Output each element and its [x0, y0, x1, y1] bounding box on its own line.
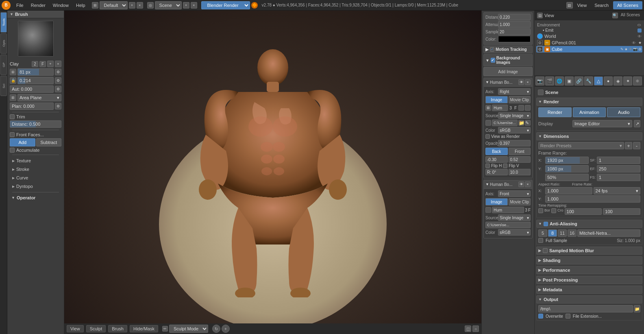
outliner-view-btn[interactable]: ▤ [537, 13, 543, 18]
size-lock-icon[interactable]: ⊞ [10, 69, 16, 75]
props-tab-material[interactable]: ● [604, 76, 613, 85]
bg-item2-path-field[interactable]: C:\Users\se... [485, 222, 531, 228]
res-x-field[interactable]: 1920 px [545, 157, 589, 164]
sculpt-tab[interactable]: Scl [0, 76, 7, 96]
bg-item1-del-icon[interactable] [525, 105, 531, 111]
outliner-item-cube[interactable]: ⊙ ▣ Cube ✎ ★ 👁 📷 ⚙ [536, 46, 642, 52]
brush-btn[interactable]: Brush [108, 325, 127, 332]
bg-item1-opacity-field[interactable]: 0.397 [498, 140, 531, 146]
curve-section[interactable]: ▶ Curve [10, 174, 61, 181]
crop-check[interactable] [551, 208, 556, 213]
file-ext-check[interactable] [566, 314, 570, 319]
all-scenes-btn[interactable]: All Scenes [613, 1, 642, 9]
menu-help[interactable]: Help [73, 2, 89, 9]
rotate-view-icon[interactable]: ↻ [212, 325, 220, 333]
bg-item2-expand[interactable]: ▼ [485, 182, 489, 186]
strength-lock-icon[interactable]: 🔒 [10, 77, 16, 84]
bg-item1-r-field[interactable]: R: 0° [485, 169, 508, 175]
attenuation-field[interactable]: 1.000 [498, 21, 531, 28]
aa-num-8[interactable]: 8 [548, 229, 557, 237]
gpencil-extra-icon[interactable]: ★ [638, 41, 642, 45]
bg-item1-movieclip-tab[interactable]: Movie Clip [509, 96, 531, 103]
add-workspace-icon[interactable]: + [129, 2, 135, 9]
add-btn[interactable]: Add [10, 138, 35, 146]
front-faces-row[interactable]: Front Faces... [10, 132, 61, 137]
bg-item1-flip-h-check[interactable] [485, 164, 490, 168]
aa-num-16[interactable]: 16 [568, 229, 577, 237]
props-tab-constraints[interactable]: 🔗 [574, 76, 583, 85]
display-select[interactable]: Image Editor ▾ [572, 120, 632, 127]
texture-section[interactable]: ▶ Texture [10, 157, 61, 164]
outliner-item-environment[interactable]: Environment [536, 22, 642, 28]
bg-item1-browse-icon[interactable]: 📁 [518, 120, 524, 126]
bg-item2-movieclip-tab[interactable]: Movie Clip [509, 198, 531, 205]
remove-workspace-icon[interactable]: × [137, 2, 143, 9]
metadata-header[interactable]: ▶ Metadata [536, 286, 642, 294]
mode-selector[interactable]: Sculpt Mode [169, 325, 208, 333]
distance-val-field[interactable]: 0.220 [498, 14, 531, 20]
bg-item2-eye-icon[interactable]: 👁 [518, 181, 524, 187]
dyntopo-section[interactable]: ▶ Dyntopo [10, 183, 61, 190]
area-plane-lock-icon[interactable]: ⊞ [10, 94, 16, 101]
cube-edit-icon[interactable]: ✎ [620, 47, 624, 51]
world-eye-icon[interactable]: 👁 [637, 34, 642, 39]
aa-enable-check[interactable] [544, 222, 548, 226]
props-tab-scene[interactable]: 🎬 [545, 76, 554, 85]
overwrite-check[interactable] [538, 314, 543, 319]
size-settings-icon[interactable]: ⚙ [55, 69, 61, 75]
bg-item1-source-select[interactable]: Single Image ▾ [498, 112, 531, 119]
bg-item1-axis-select[interactable]: Right ▾ [498, 88, 531, 95]
area-plane-dropdown[interactable]: Area Plane ▾ [17, 94, 61, 101]
strength-settings-icon[interactable]: ⚙ [55, 77, 61, 84]
cube-render-icon[interactable]: ⚙ [638, 47, 642, 51]
bg-item1-image-tab[interactable]: Image [485, 96, 508, 103]
trim-row[interactable]: Trim [10, 114, 61, 119]
bg-item1-expand[interactable]: ▼ [485, 80, 489, 84]
environment-eye-icon[interactable] [637, 22, 642, 27]
tools-tab[interactable]: Tools [0, 12, 7, 33]
bg-item1-back-btn[interactable]: Back [485, 148, 508, 155]
bg-item1-add-icon[interactable] [518, 105, 524, 111]
pct-field[interactable]: 50% [545, 174, 589, 181]
viewport[interactable]: View Sculpt Brush Hide/Mask ✏ Sculpt Mod… [64, 11, 481, 334]
props-tab-world[interactable]: 🌐 [555, 76, 564, 85]
accumulate-checkbox[interactable] [10, 148, 15, 153]
distance-field[interactable]: Distanc: 0.500 [10, 120, 61, 128]
audio-btn[interactable]: Audio [607, 107, 640, 117]
framerate-select[interactable]: 24 fps ▾ [594, 187, 641, 194]
aa-section-header[interactable]: ▼ Anti-Aliasing [536, 220, 642, 228]
grease-pencil-tab[interactable]: GP [0, 55, 7, 75]
shading-header[interactable]: ▶ Shading [536, 256, 642, 264]
bg-item1-flip-v-check[interactable] [503, 164, 507, 168]
frame-step-field[interactable]: 1 [597, 174, 640, 181]
old-remap-field[interactable]: 100 [565, 208, 602, 215]
outliner-item-world[interactable]: 🌐 World 👁 [536, 33, 642, 39]
stroke-section[interactable]: ▶ Stroke [10, 166, 61, 173]
bg-item1-s-field[interactable]: 10.0 [509, 169, 531, 175]
emit-check[interactable] [637, 28, 642, 33]
render-preview-icon[interactable]: ○ [472, 325, 479, 332]
props-tab-data[interactable]: △ [594, 76, 603, 85]
bg-item1-eye-icon[interactable]: 👁 [518, 79, 524, 85]
add-preset-btn[interactable]: + [625, 142, 632, 149]
add-image-btn[interactable]: Add Image [483, 67, 533, 76]
performance-header[interactable]: ▶ Performance [536, 266, 642, 274]
remove-preset-btn[interactable]: - [633, 142, 640, 149]
menu-window[interactable]: Window [50, 2, 72, 9]
bg-item1-path-field[interactable]: C:\Users\se... [492, 120, 518, 126]
full-sample-check[interactable] [538, 238, 543, 243]
plan-field[interactable]: Plan: 0.000 [10, 103, 54, 110]
bg-item2-close-icon[interactable]: × [525, 181, 531, 187]
props-tab-physics[interactable]: ⚛ [633, 76, 642, 85]
autosmooth-field[interactable]: Aut: 0.000 [10, 85, 54, 93]
bg-item1-hum-field[interactable]: Hum [492, 105, 508, 111]
plan-settings-icon[interactable]: ⚙ [55, 103, 61, 109]
front-faces-checkbox[interactable] [10, 132, 15, 137]
display-open-icon[interactable]: ↗ [634, 120, 640, 127]
autosmooth-settings-icon[interactable]: ⚙ [55, 86, 61, 92]
add-scene-icon[interactable]: + [183, 2, 189, 9]
workspace-selector[interactable]: Default [100, 1, 128, 9]
view-menu-item[interactable]: View [574, 2, 590, 9]
props-tab-render[interactable]: 📷 [535, 76, 544, 85]
gpencil-eye-icon[interactable]: 👁 [632, 41, 636, 45]
